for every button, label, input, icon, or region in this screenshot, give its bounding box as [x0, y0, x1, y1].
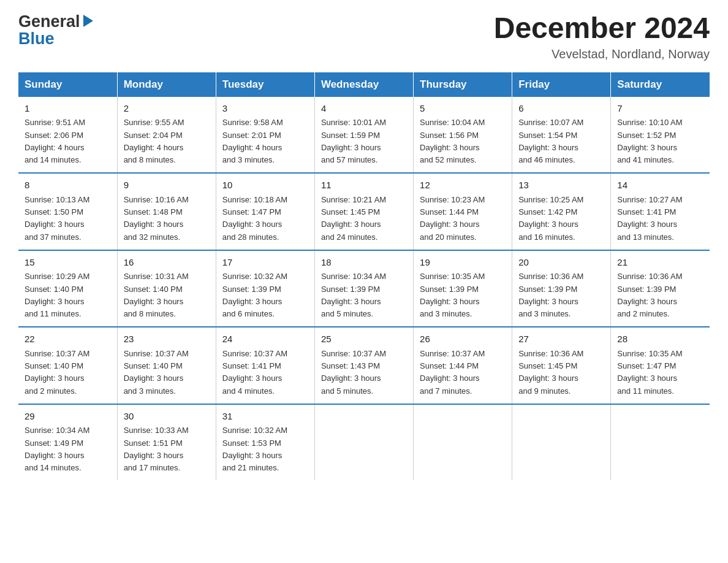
- day-sunset: Sunset: 1:39 PM: [321, 285, 380, 294]
- day-sunrise: Sunrise: 10:37 AM: [222, 349, 287, 358]
- day-number: 31: [222, 410, 308, 424]
- column-header-monday: Monday: [117, 72, 216, 97]
- calendar-cell: 2Sunrise: 9:55 AMSunset: 2:04 PMDaylight…: [117, 97, 216, 174]
- day-daylight2: and 46 minutes.: [518, 155, 575, 164]
- day-sunset: Sunset: 1:49 PM: [25, 439, 83, 448]
- day-daylight2: and 52 minutes.: [420, 155, 477, 164]
- day-sunrise: Sunrise: 10:37 AM: [25, 349, 89, 358]
- day-sunset: Sunset: 1:39 PM: [518, 285, 577, 294]
- day-sunset: Sunset: 1:59 PM: [321, 131, 380, 140]
- day-number: 4: [321, 102, 407, 116]
- calendar-cell: 19Sunrise: 10:35 AMSunset: 1:39 PMDaylig…: [414, 250, 512, 327]
- day-daylight2: and 6 minutes.: [222, 309, 275, 318]
- column-header-friday: Friday: [512, 72, 611, 97]
- day-sunrise: Sunrise: 10:37 AM: [321, 349, 386, 358]
- day-daylight: Daylight: 3 hours: [25, 220, 85, 229]
- day-sunrise: Sunrise: 10:27 AM: [617, 195, 682, 204]
- day-daylight: Daylight: 4 hours: [25, 143, 85, 152]
- day-daylight2: and 7 minutes.: [420, 386, 472, 396]
- day-daylight: Daylight: 3 hours: [321, 143, 381, 152]
- day-sunset: Sunset: 1:39 PM: [222, 285, 281, 294]
- day-sunrise: Sunrise: 10:32 AM: [222, 272, 287, 281]
- calendar-cell: 30Sunrise: 10:33 AMSunset: 1:51 PMDaylig…: [117, 404, 216, 481]
- calendar-cell: 25Sunrise: 10:37 AMSunset: 1:43 PMDaylig…: [314, 327, 413, 404]
- day-sunrise: Sunrise: 10:04 AM: [420, 118, 485, 127]
- day-sunrise: Sunrise: 10:16 AM: [124, 195, 189, 204]
- calendar-cell: 5Sunrise: 10:04 AMSunset: 1:56 PMDayligh…: [414, 97, 512, 174]
- day-sunrise: Sunrise: 10:23 AM: [420, 195, 485, 204]
- day-number: 18: [321, 256, 407, 270]
- day-number: 15: [25, 256, 111, 270]
- calendar-cell: 29Sunrise: 10:34 AMSunset: 1:49 PMDaylig…: [18, 404, 117, 481]
- day-number: 3: [222, 102, 308, 116]
- calendar-header-row: SundayMondayTuesdayWednesdayThursdayFrid…: [18, 72, 710, 97]
- day-sunrise: Sunrise: 10:37 AM: [124, 349, 189, 358]
- day-sunrise: Sunrise: 10:33 AM: [124, 426, 189, 435]
- day-sunrise: Sunrise: 10:07 AM: [518, 118, 583, 127]
- day-sunset: Sunset: 2:06 PM: [25, 131, 83, 140]
- calendar-cell: 22Sunrise: 10:37 AMSunset: 1:40 PMDaylig…: [18, 327, 117, 404]
- svg-marker-0: [83, 15, 93, 27]
- day-daylight2: and 11 minutes.: [617, 386, 674, 396]
- day-daylight2: and 32 minutes.: [124, 232, 181, 242]
- day-number: 24: [222, 332, 308, 347]
- day-daylight2: and 37 minutes.: [25, 232, 82, 242]
- day-number: 14: [617, 178, 703, 193]
- day-sunset: Sunset: 1:47 PM: [617, 361, 676, 370]
- day-daylight: Daylight: 3 hours: [420, 220, 480, 229]
- day-number: 23: [124, 332, 210, 347]
- day-daylight: Daylight: 3 hours: [222, 297, 282, 306]
- calendar-table: SundayMondayTuesdayWednesdayThursdayFrid…: [18, 72, 710, 481]
- calendar-cell: 31Sunrise: 10:32 AMSunset: 1:53 PMDaylig…: [216, 404, 314, 481]
- day-sunrise: Sunrise: 9:55 AM: [124, 118, 184, 127]
- day-daylight2: and 3 minutes.: [124, 386, 176, 396]
- day-daylight2: and 5 minutes.: [321, 309, 373, 318]
- day-number: 20: [518, 256, 604, 270]
- day-number: 21: [617, 256, 703, 270]
- calendar-cell: 24Sunrise: 10:37 AMSunset: 1:41 PMDaylig…: [216, 327, 314, 404]
- day-sunrise: Sunrise: 9:51 AM: [25, 118, 85, 127]
- column-header-saturday: Saturday: [611, 72, 710, 97]
- day-sunrise: Sunrise: 10:13 AM: [25, 195, 89, 204]
- day-daylight2: and 14 minutes.: [25, 155, 82, 164]
- day-daylight2: and 16 minutes.: [518, 232, 575, 242]
- page-title: December 2024: [494, 12, 710, 45]
- day-number: 25: [321, 332, 407, 347]
- calendar-cell: 20Sunrise: 10:36 AMSunset: 1:39 PMDaylig…: [512, 250, 611, 327]
- calendar-cell: 3Sunrise: 9:58 AMSunset: 2:01 PMDaylight…: [216, 97, 314, 174]
- day-daylight2: and 41 minutes.: [617, 155, 674, 164]
- day-daylight2: and 24 minutes.: [321, 232, 378, 242]
- day-number: 6: [518, 102, 604, 116]
- day-sunrise: Sunrise: 10:18 AM: [222, 195, 287, 204]
- calendar-week-row: 1Sunrise: 9:51 AMSunset: 2:06 PMDaylight…: [18, 97, 710, 174]
- day-number: 12: [420, 178, 506, 193]
- day-daylight: Daylight: 4 hours: [222, 143, 282, 152]
- calendar-cell: 12Sunrise: 10:23 AMSunset: 1:44 PMDaylig…: [414, 173, 512, 250]
- column-header-wednesday: Wednesday: [314, 72, 413, 97]
- day-number: 9: [124, 178, 210, 193]
- day-sunset: Sunset: 2:01 PM: [222, 131, 281, 140]
- calendar-cell: 23Sunrise: 10:37 AMSunset: 1:40 PMDaylig…: [117, 327, 216, 404]
- calendar-cell: 7Sunrise: 10:10 AMSunset: 1:52 PMDayligh…: [611, 97, 710, 174]
- day-sunrise: Sunrise: 10:21 AM: [321, 195, 386, 204]
- day-sunset: Sunset: 1:54 PM: [518, 131, 577, 140]
- day-sunset: Sunset: 1:39 PM: [617, 285, 676, 294]
- day-sunset: Sunset: 1:52 PM: [617, 131, 676, 140]
- day-number: 2: [124, 102, 210, 116]
- column-header-tuesday: Tuesday: [216, 72, 314, 97]
- day-sunrise: Sunrise: 10:10 AM: [617, 118, 682, 127]
- day-daylight2: and 14 minutes.: [25, 463, 82, 472]
- column-header-sunday: Sunday: [18, 72, 117, 97]
- day-daylight: Daylight: 3 hours: [321, 297, 381, 306]
- calendar-cell: 10Sunrise: 10:18 AMSunset: 1:47 PMDaylig…: [216, 173, 314, 250]
- calendar-cell: [414, 404, 512, 481]
- day-sunset: Sunset: 1:45 PM: [321, 207, 380, 216]
- day-daylight2: and 2 minutes.: [25, 386, 77, 396]
- day-sunset: Sunset: 1:50 PM: [25, 207, 83, 216]
- day-daylight: Daylight: 3 hours: [124, 220, 184, 229]
- day-number: 19: [420, 256, 506, 270]
- calendar-cell: 15Sunrise: 10:29 AMSunset: 1:40 PMDaylig…: [18, 250, 117, 327]
- day-daylight: Daylight: 3 hours: [222, 220, 282, 229]
- day-daylight: Daylight: 3 hours: [518, 143, 578, 152]
- day-sunrise: Sunrise: 10:35 AM: [420, 272, 485, 281]
